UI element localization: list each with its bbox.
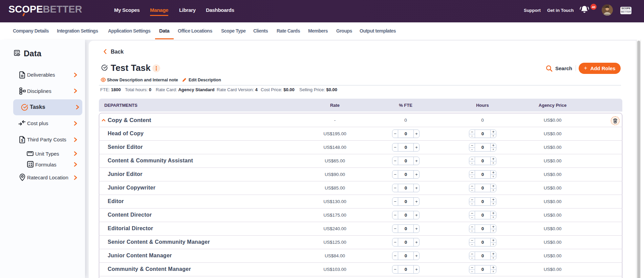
svg-text:$: $ (21, 138, 23, 142)
